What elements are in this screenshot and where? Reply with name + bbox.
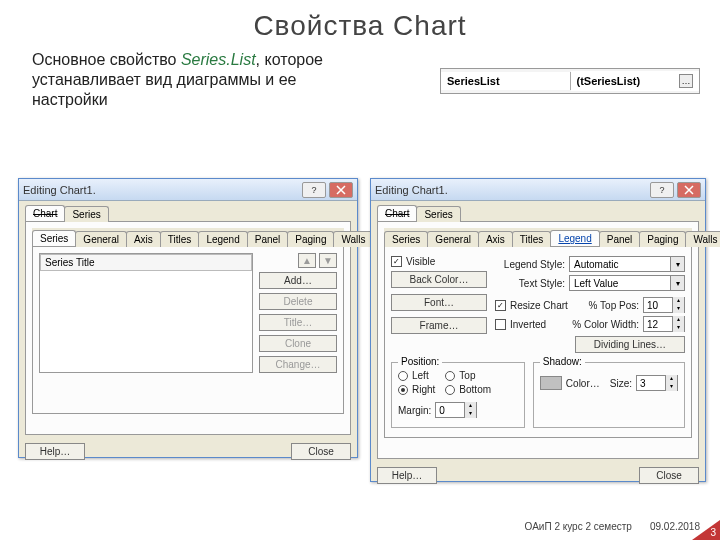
frame-button[interactable]: Frame… <box>391 317 487 334</box>
chevron-down-icon[interactable]: ▾ <box>670 276 684 290</box>
position-group-title: Position: <box>398 356 442 367</box>
slide-footer: ОАиП 2 курс 2 семестр 09.02.2018 <box>525 521 700 532</box>
page-number: 3 <box>710 527 716 538</box>
legend-style-label: Legend Style: <box>495 259 565 270</box>
inverted-label: Inverted <box>510 319 568 330</box>
color-width-input[interactable]: 12 ▴▾ <box>643 316 685 332</box>
title-button[interactable]: Title… <box>259 314 337 331</box>
text-style-combo[interactable]: Left Value ▾ <box>569 275 685 291</box>
tab-series[interactable]: Series <box>416 206 460 222</box>
legend-pane: ✓ Visible Back Color… Font… Frame… Legen… <box>384 246 692 438</box>
close-button[interactable]: Close <box>639 467 699 484</box>
pos-left-radio[interactable] <box>398 371 408 381</box>
chart-pane: Series General Axis Titles Legend Panel … <box>377 221 699 459</box>
tab-legend[interactable]: Legend <box>198 231 247 247</box>
spin-up-icon[interactable]: ▴ <box>673 297 684 305</box>
help-titlebar-button[interactable]: ? <box>650 182 674 198</box>
help-titlebar-button[interactable]: ? <box>302 182 326 198</box>
text-style-value: Left Value <box>570 278 670 289</box>
delete-button[interactable]: Delete <box>259 293 337 310</box>
outer-tabs: Chart Series <box>19 201 357 221</box>
tab-legend[interactable]: Legend <box>550 230 599 246</box>
titlebar: Editing Chart1. ? <box>19 179 357 201</box>
desc-pre: Основное свойство <box>32 51 181 68</box>
back-color-button[interactable]: Back Color… <box>391 271 487 288</box>
font-button[interactable]: Font… <box>391 294 487 311</box>
property-name: SeriesList <box>441 72 571 90</box>
series-listbox[interactable]: Series Title <box>39 253 253 373</box>
shadow-color-box[interactable] <box>540 376 562 390</box>
tab-chart[interactable]: Chart <box>25 205 65 221</box>
move-up-button[interactable]: ▲ <box>298 253 316 268</box>
pos-left-label: Left <box>412 370 429 381</box>
legend-style-combo[interactable]: Automatic ▾ <box>569 256 685 272</box>
ellipsis-button[interactable]: … <box>679 74 693 88</box>
top-pos-label: % Top Pos: <box>589 300 639 311</box>
color-width-value: 12 <box>644 319 672 330</box>
tab-paging[interactable]: Paging <box>287 231 334 247</box>
spin-down-icon[interactable]: ▾ <box>666 383 677 391</box>
titlebar: Editing Chart1. ? <box>371 179 705 201</box>
edit-chart-dialog-series: Editing Chart1. ? Chart Series Series Ge… <box>18 178 358 458</box>
outer-tabs: Chart Series <box>371 201 705 221</box>
tab-paging[interactable]: Paging <box>639 231 686 247</box>
top-pos-input[interactable]: 10 ▴▾ <box>643 297 685 313</box>
help-button[interactable]: Help… <box>377 467 437 484</box>
margin-value: 0 <box>436 405 464 416</box>
shadow-size-input[interactable]: 3 ▴▾ <box>636 375 678 391</box>
tab-walls[interactable]: Walls <box>333 231 373 247</box>
help-button[interactable]: Help… <box>25 443 85 460</box>
position-group: Position: Left Right Top Bottom Margin: <box>391 362 525 428</box>
close-titlebar-button[interactable] <box>677 182 701 198</box>
pos-top-radio[interactable] <box>445 371 455 381</box>
add-button[interactable]: Add… <box>259 272 337 289</box>
spin-down-icon[interactable]: ▾ <box>673 324 684 332</box>
shadow-group-title: Shadow: <box>540 356 585 367</box>
tab-panel[interactable]: Panel <box>247 231 289 247</box>
window-title: Editing Chart1. <box>375 184 448 196</box>
spin-down-icon[interactable]: ▾ <box>465 410 476 418</box>
spin-up-icon[interactable]: ▴ <box>673 316 684 324</box>
pos-bottom-radio[interactable] <box>445 385 455 395</box>
tab-axis[interactable]: Axis <box>126 231 161 247</box>
move-down-button[interactable]: ▼ <box>319 253 337 268</box>
inner-tabs: Series General Axis Titles Legend Panel … <box>384 228 692 246</box>
tab-general[interactable]: General <box>427 231 479 247</box>
tab-series-inner[interactable]: Series <box>32 230 76 246</box>
inverted-checkbox[interactable] <box>495 319 506 330</box>
tab-series[interactable]: Series <box>64 206 108 222</box>
tab-panel[interactable]: Panel <box>599 231 641 247</box>
change-button[interactable]: Change… <box>259 356 337 373</box>
spin-up-icon[interactable]: ▴ <box>465 402 476 410</box>
tab-general[interactable]: General <box>75 231 127 247</box>
dividing-lines-button[interactable]: Dividing Lines… <box>575 336 685 353</box>
margin-label: Margin: <box>398 405 431 416</box>
top-pos-value: 10 <box>644 300 672 311</box>
close-titlebar-button[interactable] <box>329 182 353 198</box>
close-button[interactable]: Close <box>291 443 351 460</box>
resize-chart-checkbox[interactable]: ✓ <box>495 300 506 311</box>
visible-checkbox[interactable]: ✓ <box>391 256 402 267</box>
series-pane: Series Title ▲ ▼ Add… Delete Title… Clon… <box>32 246 344 414</box>
margin-input[interactable]: 0 ▴▾ <box>435 402 477 418</box>
shadow-group: Shadow: Color… Size: 3 ▴▾ <box>533 362 685 428</box>
spin-down-icon[interactable]: ▾ <box>673 305 684 313</box>
spin-up-icon[interactable]: ▴ <box>666 375 677 383</box>
tab-chart[interactable]: Chart <box>377 205 417 221</box>
clone-button[interactable]: Clone <box>259 335 337 352</box>
pos-right-radio[interactable] <box>398 385 408 395</box>
tab-series-inner[interactable]: Series <box>384 231 428 247</box>
visible-label: Visible <box>406 256 435 267</box>
desc-emphasis: Series.List <box>181 51 256 68</box>
shadow-size-value: 3 <box>637 378 665 389</box>
tab-titles[interactable]: Titles <box>512 231 552 247</box>
shadow-color-label[interactable]: Color… <box>566 378 600 389</box>
pos-right-label: Right <box>412 384 435 395</box>
chevron-down-icon[interactable]: ▾ <box>670 257 684 271</box>
tab-axis[interactable]: Axis <box>478 231 513 247</box>
tab-walls[interactable]: Walls <box>685 231 720 247</box>
tab-titles[interactable]: Titles <box>160 231 200 247</box>
property-value-cell[interactable]: (tSeriesList) … <box>571 71 700 91</box>
slide-description: Основное свойство Series.List, которое у… <box>32 50 352 110</box>
text-style-label: Text Style: <box>495 278 565 289</box>
